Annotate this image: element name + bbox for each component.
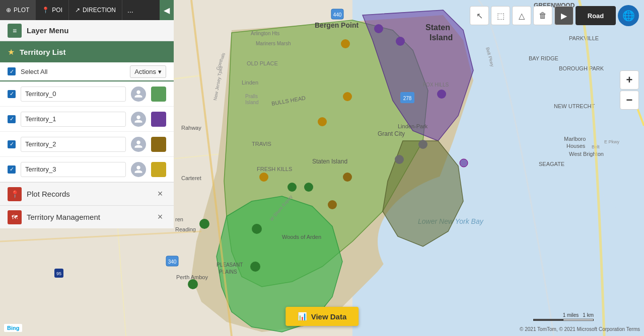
svg-text:Linden-Park: Linden-Park <box>398 123 428 129</box>
left-panel: ≡ Layer Menu ★ Territory List ✓ Select A… <box>0 20 174 228</box>
direction-icon: ↗ <box>75 7 80 14</box>
select-all-checkbox[interactable]: ✓ <box>8 67 16 75</box>
territory-1-input[interactable] <box>21 112 126 127</box>
territory-row-3: ✓ <box>0 157 174 182</box>
road-view-button[interactable]: Road <box>576 6 616 25</box>
layer-menu-header: ≡ Layer Menu <box>0 20 174 41</box>
poi-button[interactable]: 📍 POI <box>36 0 69 20</box>
plot-records-panel[interactable]: 📍 Plot Records × <box>0 182 174 205</box>
territory-0-checkbox[interactable]: ✓ <box>8 90 16 98</box>
svg-text:NEW UTRECHT: NEW UTRECHT <box>554 103 595 109</box>
territory-0-avatar[interactable] <box>131 87 146 102</box>
actions-chevron-icon: ▾ <box>158 68 162 75</box>
svg-text:Carteret: Carteret <box>181 175 201 181</box>
direction-button[interactable]: ↗ DIRECTION <box>69 0 122 20</box>
zoom-controls: + − <box>620 70 639 110</box>
svg-text:Staten Island: Staten Island <box>312 158 347 165</box>
svg-text:PARKVILLE: PARKVILLE <box>569 35 599 41</box>
svg-text:95: 95 <box>56 271 61 276</box>
svg-text:Arlington Hts: Arlington Hts <box>251 31 279 36</box>
svg-text:BOROUGH PARK: BOROUGH PARK <box>559 65 604 71</box>
polygon-icon: △ <box>519 11 525 21</box>
territory-3-color[interactable] <box>151 162 166 177</box>
svg-text:Mariners Marsh: Mariners Marsh <box>256 41 291 46</box>
view-data-button[interactable]: 📊 View Data <box>285 307 359 326</box>
map-controls-top: ↖ ⬚ △ 🗑 ▶ Road 🌐 <box>470 5 639 26</box>
territory-2-avatar[interactable] <box>131 137 146 152</box>
cursor-tool-button[interactable]: ↖ <box>470 6 489 25</box>
territory-management-title: Territory Management <box>27 213 149 221</box>
globe-icon: 🌐 <box>622 10 635 22</box>
svg-text:Island: Island <box>245 100 259 105</box>
actions-dropdown[interactable]: Actions ▾ <box>130 65 166 78</box>
territory-list-title: Territory List <box>20 48 65 56</box>
layer-menu-icon: ≡ <box>8 24 22 38</box>
location-button[interactable]: 🌐 <box>618 5 639 26</box>
svg-text:Linden: Linden <box>242 79 258 86</box>
svg-text:BAY RIDGE: BAY RIDGE <box>529 55 558 61</box>
territory-3-avatar[interactable] <box>131 162 146 177</box>
territory-0-color[interactable] <box>151 87 166 102</box>
territory-management-close-button[interactable]: × <box>154 211 166 223</box>
plot-button[interactable]: ⊕ PLOT <box>0 0 36 20</box>
territory-row-0: ✓ <box>0 81 174 107</box>
territory-3-checkbox[interactable]: ✓ <box>8 165 16 174</box>
plot-icon: ⊕ <box>6 7 11 14</box>
territory-row-1: ✓ <box>0 107 174 132</box>
svg-text:TRAVIS: TRAVIS <box>252 141 271 147</box>
select-all-label: Select All <box>21 68 125 75</box>
svg-text:E Pkwy: E Pkwy <box>604 139 620 144</box>
svg-text:ren: ren <box>175 216 183 222</box>
svg-text:Island: Island <box>430 33 453 42</box>
delete-icon: 🗑 <box>539 11 547 20</box>
arrow-icon: ▶ <box>561 11 567 21</box>
svg-text:440: 440 <box>333 12 342 18</box>
svg-text:West Brighton: West Brighton <box>569 151 604 157</box>
bing-attribution: Bing <box>4 324 22 332</box>
territory-3-input[interactable] <box>21 162 126 177</box>
svg-text:Perth Amboy: Perth Amboy <box>176 274 208 280</box>
zoom-out-button[interactable]: − <box>620 91 639 110</box>
zoom-in-button[interactable]: + <box>620 70 639 90</box>
more-button[interactable]: ... <box>122 0 138 20</box>
territory-1-color[interactable] <box>151 112 166 127</box>
select-icon: ⬚ <box>497 11 505 21</box>
tomtom-attribution: © 2021 TomTom, © 2021 Microsoft Corporat… <box>520 326 640 332</box>
svg-text:Grant City: Grant City <box>378 130 405 137</box>
territory-management-icon: 🗺 <box>8 210 22 224</box>
arrow-tool-button[interactable]: ▶ <box>554 6 574 25</box>
territory-2-checkbox[interactable]: ✓ <box>8 140 16 148</box>
scale-bar: 1 miles 1 km <box>533 312 594 321</box>
territory-management-panel[interactable]: 🗺 Territory Management × <box>0 205 174 228</box>
svg-text:SEAGATE: SEAGATE <box>539 161 564 167</box>
svg-text:Rahway: Rahway <box>181 125 201 131</box>
svg-text:PLEASANT: PLEASANT <box>217 262 243 268</box>
territory-1-checkbox[interactable]: ✓ <box>8 115 16 123</box>
collapse-panel-button[interactable]: ◀ <box>160 0 174 20</box>
territory-2-input[interactable] <box>21 137 126 152</box>
svg-text:278: 278 <box>403 96 412 101</box>
territory-star-icon: ★ <box>8 47 15 57</box>
svg-text:Houses: Houses <box>566 143 586 149</box>
svg-text:FRESH KILLS: FRESH KILLS <box>257 166 292 172</box>
delete-tool-button[interactable]: 🗑 <box>533 6 552 25</box>
bing-logo-icon: Bing <box>7 325 19 331</box>
polygon-tool-button[interactable]: △ <box>512 6 531 25</box>
territory-0-input[interactable] <box>21 87 126 102</box>
svg-text:340: 340 <box>168 259 177 265</box>
territory-2-color[interactable] <box>151 137 166 152</box>
svg-text:PLAINS: PLAINS <box>219 269 237 275</box>
svg-point-64 <box>460 159 468 167</box>
svg-text:Bergen Point: Bergen Point <box>315 21 359 29</box>
territory-row-2: ✓ <box>0 132 174 157</box>
view-data-icon: 📊 <box>298 312 307 321</box>
plot-records-title: Plot Records <box>27 190 149 198</box>
plot-records-close-button[interactable]: × <box>154 188 166 200</box>
svg-text:Woods of Arden: Woods of Arden <box>282 234 321 240</box>
territory-list-header: ★ Territory List <box>0 41 174 62</box>
poi-icon: 📍 <box>42 7 49 14</box>
svg-text:FOX HILLS: FOX HILLS <box>423 82 449 88</box>
svg-text:OLD PLACE: OLD PLACE <box>247 60 278 66</box>
territory-1-avatar[interactable] <box>131 112 146 127</box>
select-tool-button[interactable]: ⬚ <box>491 6 510 25</box>
